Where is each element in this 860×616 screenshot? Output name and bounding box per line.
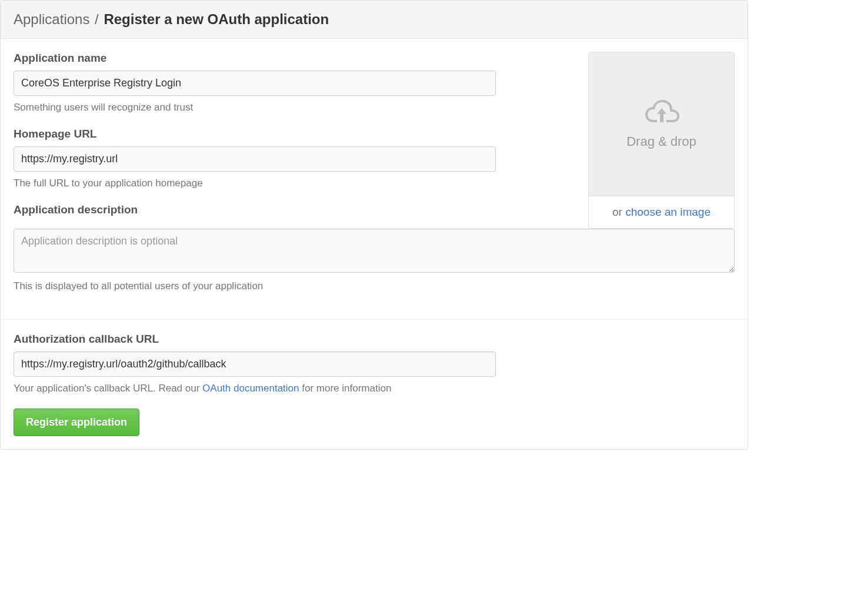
callback-url-group: Authorization callback URL Your applicat… xyxy=(14,333,735,394)
app-name-help: Something users will recognize and trust xyxy=(14,102,571,113)
app-name-input[interactable] xyxy=(14,71,496,96)
callback-url-input[interactable] xyxy=(14,351,496,377)
oauth-docs-link[interactable]: OAuth documentation xyxy=(202,383,299,394)
image-choose-footer: or choose an image xyxy=(589,196,734,228)
callback-url-label: Authorization callback URL xyxy=(14,333,735,346)
breadcrumb-root[interactable]: Applications xyxy=(14,11,89,27)
register-application-button[interactable]: Register application xyxy=(14,409,139,436)
choose-image-link[interactable]: choose an image xyxy=(625,206,711,218)
callback-help-prefix: Your application's callback URL. Read ou… xyxy=(14,383,202,394)
homepage-url-label: Homepage URL xyxy=(14,128,571,140)
description-textarea[interactable] xyxy=(14,229,735,273)
oauth-app-panel: Applications / Register a new OAuth appl… xyxy=(0,0,748,450)
page-title: Register a new OAuth application xyxy=(104,11,329,27)
description-help: This is displayed to all potential users… xyxy=(14,280,735,292)
app-name-group: Application name Something users will re… xyxy=(14,52,571,113)
homepage-url-input[interactable] xyxy=(14,146,496,172)
description-group: Application description xyxy=(14,203,571,216)
cloud-upload-icon xyxy=(644,99,679,125)
description-label: Application description xyxy=(14,203,571,216)
drag-drop-label: Drag & drop xyxy=(626,134,696,149)
callback-section: Authorization callback URL Your applicat… xyxy=(1,319,748,449)
or-text: or xyxy=(612,206,625,218)
homepage-url-group: Homepage URL The full URL to your applic… xyxy=(14,128,571,189)
panel-body: Application name Something users will re… xyxy=(1,39,748,319)
homepage-url-help: The full URL to your application homepag… xyxy=(14,178,571,189)
callback-help-suffix: for more information xyxy=(299,383,392,394)
breadcrumb-separator: / xyxy=(95,11,99,27)
description-field-group: This is displayed to all potential users… xyxy=(14,229,735,292)
panel-header: Applications / Register a new OAuth appl… xyxy=(1,1,748,39)
callback-url-help: Your application's callback URL. Read ou… xyxy=(14,383,735,394)
app-name-label: Application name xyxy=(14,52,571,65)
image-drop-zone[interactable]: Drag & drop xyxy=(589,52,734,196)
image-upload-box: Drag & drop or choose an image xyxy=(588,52,735,229)
